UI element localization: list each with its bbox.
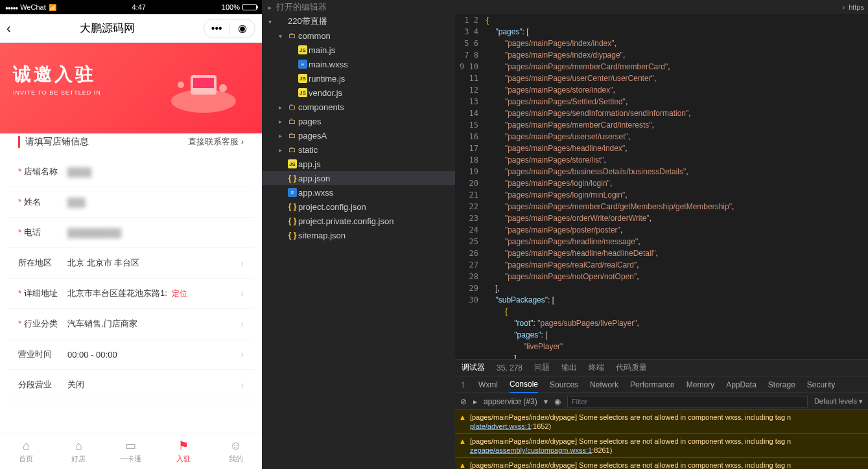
- tree-item-app.js[interactable]: JSapp.js: [262, 157, 455, 171]
- devtools-subtab-sources[interactable]: Sources: [550, 380, 578, 389]
- tree-item-common[interactable]: 🗀common: [262, 29, 455, 43]
- tree-item-project.private.config.json[interactable]: { }project.private.config.json: [262, 214, 455, 228]
- tree-item-220带直播[interactable]: 220带直播: [262, 14, 455, 29]
- form-value[interactable]: 00:00 - 00:00: [67, 350, 240, 360]
- form-row-4[interactable]: *详细地址北京市丰台区莲花池东路1: 定位›: [8, 279, 254, 309]
- tree-caret-icon[interactable]: [279, 132, 287, 139]
- form-value[interactable]: 汽车销售,门店商家: [67, 318, 240, 330]
- tree-item-app.json[interactable]: { }app.json: [262, 171, 455, 185]
- form-value[interactable]: 关闭: [67, 379, 240, 391]
- tree-caret-icon[interactable]: [279, 104, 287, 111]
- devtools-tab-0[interactable]: 调试器: [462, 362, 485, 373]
- chevron-right-icon: ›: [240, 288, 244, 299]
- editor-tab-https[interactable]: https: [849, 3, 864, 11]
- form-label: *行业分类: [18, 318, 67, 330]
- element-picker-icon[interactable]: ⟟: [462, 380, 464, 389]
- code-content[interactable]: { "pages": [ "pages/mainPages/index/inde…: [486, 14, 868, 359]
- form-value[interactable]: 北京 北京市 丰台区: [67, 257, 240, 269]
- form-row-5[interactable]: *行业分类汽车销售,门店商家›: [8, 309, 254, 339]
- tabbar-item-首页[interactable]: ⌂首页: [0, 433, 53, 469]
- form-row-0: *店铺名称████: [8, 157, 254, 187]
- devtools-tab-3[interactable]: 输出: [561, 362, 577, 373]
- warning-text: [pages/mainPages/index/diypage] Some sel…: [470, 413, 864, 431]
- breadcrumb-arrow[interactable]: ›: [842, 3, 845, 11]
- contact-service-button[interactable]: 直接联系客服: [188, 136, 244, 148]
- tree-item-main.wxss[interactable]: ≡main.wxss: [262, 57, 455, 71]
- tabbar-item-入驻[interactable]: ⚑入驻: [157, 433, 209, 469]
- form-label: 所在地区: [18, 257, 67, 269]
- warning-text: [pages/mainPages/index/diypage] Some sel…: [470, 437, 864, 455]
- back-button[interactable]: ‹: [6, 21, 11, 36]
- form-value[interactable]: █████████: [67, 228, 244, 238]
- form-row-6[interactable]: 营业时间00:00 - 00:00›: [8, 339, 254, 370]
- code-area[interactable]: 1 2 3 4 5 6 7 8 9 10 11 12 13 14 15 16 1…: [455, 14, 868, 359]
- tree-caret-icon[interactable]: [268, 18, 276, 25]
- svg-point-3: [219, 84, 227, 92]
- tree-item-components[interactable]: 🗀components: [262, 100, 455, 114]
- tree-item-vendor.js[interactable]: JSvendor.js: [262, 86, 455, 100]
- tree-item-pagesA[interactable]: 🗀pagesA: [262, 128, 455, 143]
- open-editors-header[interactable]: 打开的编辑器: [262, 0, 455, 14]
- tree-caret-icon[interactable]: [279, 146, 287, 154]
- devtools-subtab-performance[interactable]: Performance: [630, 380, 675, 389]
- devtools-tab-5[interactable]: 代码质量: [616, 362, 647, 373]
- console-messages[interactable]: ▲[pages/mainPages/index/diypage] Some se…: [455, 410, 868, 469]
- file-explorer[interactable]: 打开的编辑器 220带直播🗀commonJSmain.js≡main.wxssJ…: [262, 0, 455, 469]
- filter-input[interactable]: [567, 396, 808, 407]
- form-row-3[interactable]: 所在地区北京 北京市 丰台区›: [8, 248, 254, 279]
- folder-icon: 🗀: [287, 31, 298, 40]
- form-value[interactable]: ████: [67, 167, 244, 177]
- tree-item-label: vendor.js: [309, 88, 342, 98]
- devtools-tab-2[interactable]: 问题: [534, 362, 550, 373]
- battery-percent: 100%: [222, 3, 240, 11]
- tree-caret-icon[interactable]: [279, 32, 287, 40]
- capsule-close-icon[interactable]: ◉: [229, 22, 255, 34]
- tree-item-static[interactable]: 🗀static: [262, 143, 455, 157]
- console-warning[interactable]: ▲[pages/mainPages/index/diypage] Some se…: [455, 434, 868, 458]
- tabbar-item-我的[interactable]: ☺我的: [209, 433, 262, 469]
- form-value[interactable]: ███: [67, 198, 244, 207]
- wxss-file-icon: ≡: [297, 60, 309, 69]
- source-link[interactable]: plate/advert.wxss:1: [470, 422, 531, 430]
- clear-console-icon[interactable]: ⊘: [460, 397, 467, 406]
- tree-item-label: main.js: [309, 45, 335, 55]
- devtools-tab-4[interactable]: 终端: [589, 362, 604, 373]
- locate-button[interactable]: 定位: [172, 289, 187, 298]
- capsule-menu-icon[interactable]: •••: [204, 23, 229, 34]
- devtools-subtab-wxml[interactable]: Wxml: [478, 380, 498, 389]
- capsule-button[interactable]: ••• ◉: [204, 19, 255, 38]
- console-warning[interactable]: ▲[pages/mainPages/index/diypage] Some se…: [455, 458, 868, 469]
- tree-item-runtime.js[interactable]: JSruntime.js: [262, 71, 455, 86]
- log-levels-select[interactable]: Default levels ▾: [814, 397, 863, 406]
- eye-icon[interactable]: ◉: [554, 397, 561, 406]
- devtools-subtab-console[interactable]: Console: [510, 376, 538, 393]
- source-link[interactable]: zepage/assembly/custompagm.wxss:1: [470, 446, 592, 454]
- form-value[interactable]: 北京市丰台区莲花池东路1: 定位: [67, 288, 240, 299]
- devtools-subtab-network[interactable]: Network: [590, 380, 618, 389]
- devtools-subtab-appdata[interactable]: AppData: [726, 380, 757, 389]
- tabbar-item-一卡通[interactable]: ▭一卡通: [105, 433, 158, 469]
- devtools-subtab-storage[interactable]: Storage: [768, 380, 795, 389]
- context-select[interactable]: appservice (#3): [484, 397, 537, 406]
- tab-label: 好店: [71, 454, 86, 464]
- form-row-7[interactable]: 分段营业关闭›: [8, 370, 254, 400]
- form-row-2: *电话█████████: [8, 218, 254, 248]
- tree-item-main.js[interactable]: JSmain.js: [262, 43, 455, 57]
- tree-caret-icon[interactable]: [279, 118, 287, 125]
- devtools-tab-1[interactable]: 35, 278: [497, 363, 522, 372]
- editor-tabs: › https: [455, 0, 868, 14]
- tree-item-pages[interactable]: 🗀pages: [262, 114, 455, 128]
- toggle-sidebar-icon[interactable]: ▸: [473, 397, 477, 406]
- console-warning[interactable]: ▲[pages/mainPages/index/diypage] Some se…: [455, 410, 868, 434]
- tree-item-label: pages: [298, 117, 321, 126]
- battery-icon: [242, 4, 257, 10]
- tree-item-project.config.json[interactable]: { }project.config.json: [262, 200, 455, 214]
- context-caret-icon[interactable]: ▾: [544, 397, 548, 406]
- devtools-subtab-memory[interactable]: Memory: [686, 380, 714, 389]
- tree-item-label: app.wxss: [298, 188, 333, 198]
- tabbar-item-好店[interactable]: ⌂好店: [53, 433, 105, 469]
- tree-item-app.wxss[interactable]: ≡app.wxss: [262, 185, 455, 200]
- tree-item-sitemap.json[interactable]: { }sitemap.json: [262, 228, 455, 242]
- tab-bar: ⌂首页⌂好店▭一卡通⚑入驻☺我的: [0, 433, 262, 469]
- devtools-subtab-security[interactable]: Security: [807, 380, 835, 389]
